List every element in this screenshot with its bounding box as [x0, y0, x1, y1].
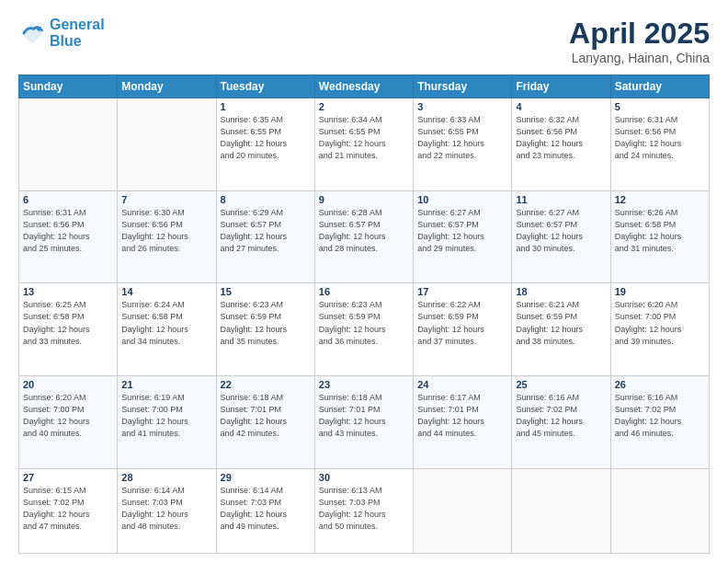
calendar-cell: 22Sunrise: 6:18 AM Sunset: 7:01 PM Dayli…	[216, 376, 314, 469]
day-info: Sunrise: 6:28 AM Sunset: 6:57 PM Dayligh…	[319, 207, 409, 255]
day-info: Sunrise: 6:18 AM Sunset: 7:01 PM Dayligh…	[319, 392, 409, 440]
calendar-cell: 3Sunrise: 6:33 AM Sunset: 6:55 PM Daylig…	[414, 98, 512, 191]
day-number: 5	[615, 101, 705, 112]
logo-line2: Blue	[50, 33, 82, 49]
calendar-cell: 4Sunrise: 6:32 AM Sunset: 6:56 PM Daylig…	[512, 98, 610, 191]
logo-line1: General	[50, 17, 105, 32]
calendar-cell: 15Sunrise: 6:23 AM Sunset: 6:59 PM Dayli…	[216, 283, 314, 376]
day-number: 8	[221, 194, 311, 205]
day-info: Sunrise: 6:22 AM Sunset: 6:59 PM Dayligh…	[417, 299, 507, 347]
calendar-cell: 29Sunrise: 6:14 AM Sunset: 7:03 PM Dayli…	[216, 468, 314, 553]
day-of-week-header: Saturday	[610, 75, 709, 98]
calendar-cell	[610, 468, 709, 553]
day-number: 29	[221, 472, 311, 483]
day-info: Sunrise: 6:27 AM Sunset: 6:57 PM Dayligh…	[516, 207, 606, 255]
calendar-cell: 16Sunrise: 6:23 AM Sunset: 6:59 PM Dayli…	[314, 283, 413, 376]
calendar-week-row: 1Sunrise: 6:35 AM Sunset: 6:55 PM Daylig…	[19, 98, 710, 191]
calendar-cell: 6Sunrise: 6:31 AM Sunset: 6:56 PM Daylig…	[19, 190, 118, 283]
day-number: 30	[319, 472, 409, 483]
logo-icon	[18, 19, 46, 47]
calendar-cell: 25Sunrise: 6:16 AM Sunset: 7:02 PM Dayli…	[512, 376, 610, 469]
day-info: Sunrise: 6:32 AM Sunset: 6:56 PM Dayligh…	[516, 114, 606, 162]
day-number: 1	[221, 101, 311, 112]
calendar-week-row: 27Sunrise: 6:15 AM Sunset: 7:02 PM Dayli…	[19, 468, 710, 553]
day-number: 9	[319, 194, 409, 205]
calendar-cell: 17Sunrise: 6:22 AM Sunset: 6:59 PM Dayli…	[414, 283, 512, 376]
day-info: Sunrise: 6:24 AM Sunset: 6:58 PM Dayligh…	[121, 299, 211, 347]
calendar-cell: 19Sunrise: 6:20 AM Sunset: 7:00 PM Dayli…	[610, 283, 709, 376]
day-number: 23	[319, 379, 409, 390]
day-number: 12	[615, 194, 705, 205]
day-info: Sunrise: 6:20 AM Sunset: 7:00 PM Dayligh…	[23, 392, 113, 440]
main-title: April 2025	[569, 17, 710, 51]
day-number: 14	[121, 286, 211, 297]
logo-text: General Blue	[50, 17, 105, 49]
calendar-cell: 28Sunrise: 6:14 AM Sunset: 7:03 PM Dayli…	[118, 468, 216, 553]
day-of-week-header: Friday	[512, 75, 610, 98]
day-of-week-header: Thursday	[414, 75, 512, 98]
day-info: Sunrise: 6:18 AM Sunset: 7:01 PM Dayligh…	[221, 392, 311, 440]
day-number: 16	[319, 286, 409, 297]
day-number: 7	[121, 194, 211, 205]
page: General Blue April 2025 Lanyang, Hainan,…	[0, 0, 728, 563]
calendar-cell	[19, 98, 118, 191]
day-number: 24	[417, 379, 507, 390]
header: General Blue April 2025 Lanyang, Hainan,…	[18, 17, 710, 65]
day-info: Sunrise: 6:33 AM Sunset: 6:55 PM Dayligh…	[417, 114, 507, 162]
day-info: Sunrise: 6:27 AM Sunset: 6:57 PM Dayligh…	[417, 207, 507, 255]
day-number: 13	[23, 286, 113, 297]
day-info: Sunrise: 6:14 AM Sunset: 7:03 PM Dayligh…	[121, 485, 211, 533]
calendar-cell: 26Sunrise: 6:16 AM Sunset: 7:02 PM Dayli…	[610, 376, 709, 469]
calendar-cell: 11Sunrise: 6:27 AM Sunset: 6:57 PM Dayli…	[512, 190, 610, 283]
day-info: Sunrise: 6:30 AM Sunset: 6:56 PM Dayligh…	[121, 207, 211, 255]
calendar-cell: 30Sunrise: 6:13 AM Sunset: 7:03 PM Dayli…	[314, 468, 413, 553]
day-number: 15	[221, 286, 311, 297]
day-number: 11	[516, 194, 606, 205]
day-info: Sunrise: 6:14 AM Sunset: 7:03 PM Dayligh…	[221, 485, 311, 533]
calendar-cell	[118, 98, 216, 191]
day-info: Sunrise: 6:23 AM Sunset: 6:59 PM Dayligh…	[319, 299, 409, 347]
day-number: 20	[23, 379, 113, 390]
day-info: Sunrise: 6:20 AM Sunset: 7:00 PM Dayligh…	[615, 299, 705, 347]
day-number: 26	[615, 379, 705, 390]
day-info: Sunrise: 6:31 AM Sunset: 6:56 PM Dayligh…	[23, 207, 113, 255]
calendar-header-row: SundayMondayTuesdayWednesdayThursdayFrid…	[19, 75, 710, 98]
day-number: 3	[417, 101, 507, 112]
calendar-cell: 27Sunrise: 6:15 AM Sunset: 7:02 PM Dayli…	[19, 468, 118, 553]
day-number: 25	[516, 379, 606, 390]
calendar-table: SundayMondayTuesdayWednesdayThursdayFrid…	[18, 75, 710, 554]
calendar-week-row: 6Sunrise: 6:31 AM Sunset: 6:56 PM Daylig…	[19, 190, 710, 283]
day-info: Sunrise: 6:16 AM Sunset: 7:02 PM Dayligh…	[615, 392, 705, 440]
calendar-cell: 1Sunrise: 6:35 AM Sunset: 6:55 PM Daylig…	[216, 98, 314, 191]
day-number: 6	[23, 194, 113, 205]
day-of-week-header: Wednesday	[314, 75, 413, 98]
calendar-cell: 13Sunrise: 6:25 AM Sunset: 6:58 PM Dayli…	[19, 283, 118, 376]
day-number: 27	[23, 472, 113, 483]
calendar-week-row: 13Sunrise: 6:25 AM Sunset: 6:58 PM Dayli…	[19, 283, 710, 376]
day-number: 19	[615, 286, 705, 297]
day-of-week-header: Sunday	[19, 75, 118, 98]
day-info: Sunrise: 6:23 AM Sunset: 6:59 PM Dayligh…	[221, 299, 311, 347]
day-info: Sunrise: 6:19 AM Sunset: 7:00 PM Dayligh…	[121, 392, 211, 440]
calendar-cell: 20Sunrise: 6:20 AM Sunset: 7:00 PM Dayli…	[19, 376, 118, 469]
day-info: Sunrise: 6:25 AM Sunset: 6:58 PM Dayligh…	[23, 299, 113, 347]
day-number: 21	[121, 379, 211, 390]
day-info: Sunrise: 6:17 AM Sunset: 7:01 PM Dayligh…	[417, 392, 507, 440]
calendar-cell: 23Sunrise: 6:18 AM Sunset: 7:01 PM Dayli…	[314, 376, 413, 469]
day-info: Sunrise: 6:35 AM Sunset: 6:55 PM Dayligh…	[221, 114, 311, 162]
day-number: 10	[417, 194, 507, 205]
day-of-week-header: Monday	[118, 75, 216, 98]
calendar-cell: 14Sunrise: 6:24 AM Sunset: 6:58 PM Dayli…	[118, 283, 216, 376]
day-number: 17	[417, 286, 507, 297]
calendar-cell	[512, 468, 610, 553]
calendar-cell	[414, 468, 512, 553]
calendar-cell: 5Sunrise: 6:31 AM Sunset: 6:56 PM Daylig…	[610, 98, 709, 191]
calendar-cell: 10Sunrise: 6:27 AM Sunset: 6:57 PM Dayli…	[414, 190, 512, 283]
day-info: Sunrise: 6:13 AM Sunset: 7:03 PM Dayligh…	[319, 485, 409, 533]
logo: General Blue	[18, 17, 105, 49]
day-number: 18	[516, 286, 606, 297]
subtitle: Lanyang, Hainan, China	[569, 51, 710, 65]
day-info: Sunrise: 6:26 AM Sunset: 6:58 PM Dayligh…	[615, 207, 705, 255]
day-number: 4	[516, 101, 606, 112]
day-info: Sunrise: 6:29 AM Sunset: 6:57 PM Dayligh…	[221, 207, 311, 255]
